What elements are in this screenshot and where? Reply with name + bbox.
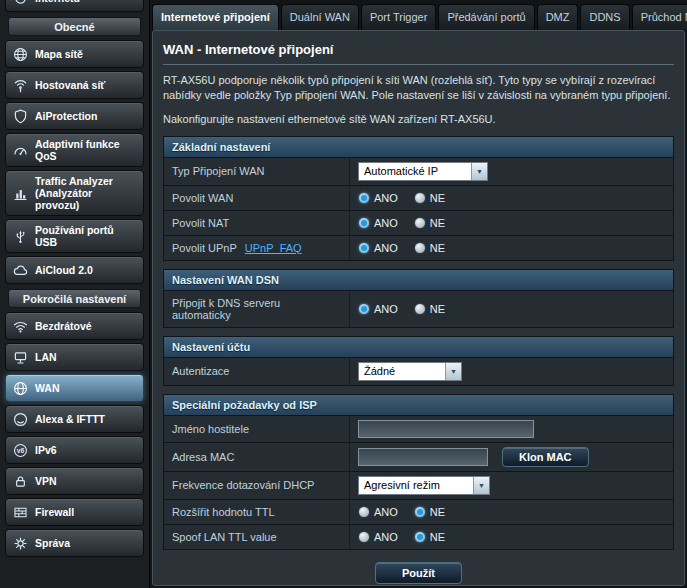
section-header: Speciální požadavky od ISP (164, 395, 673, 416)
sidebar-item-label: Firewall (35, 506, 138, 518)
usb-icon (11, 227, 29, 245)
sidebar-item-sprava[interactable]: Správa (5, 529, 144, 557)
sidebar-item-aicloud[interactable]: AiCloud 2.0 (5, 256, 144, 284)
extend-ttl-ne-option[interactable]: NE (414, 506, 445, 518)
sidebar-item-label: Používání portů USB (35, 224, 138, 248)
upnp-enable-ano-option[interactable]: ANO (358, 242, 398, 254)
radio-label: NE (430, 506, 445, 518)
sidebar-item-label: Internetu (35, 0, 138, 4)
sidebar-item-wan[interactable]: WAN (5, 374, 144, 402)
refresh-icon (11, 0, 29, 7)
hostname-input[interactable] (358, 420, 534, 438)
spoof-ttl-ne-option[interactable]: NE (414, 531, 445, 543)
intro-paragraph-2: Nakonfigurujte nastavení ethernetové sít… (163, 112, 674, 127)
sidebar-item-mapa-site[interactable]: Mapa sítě (5, 40, 144, 68)
section-account: Nastavení účtu Autentizace Žádné ▼ (163, 336, 674, 386)
wan-enable-ne-option[interactable]: NE (414, 192, 445, 204)
sidebar-item-firewall[interactable]: Firewall (5, 498, 144, 526)
sidebar-item-aiprotection[interactable]: AiProtection (5, 102, 144, 130)
radio-icon (414, 217, 426, 229)
tab-port-forwarding[interactable]: Předávání portů (438, 4, 534, 30)
wan-enable-ano-option[interactable]: ANO (358, 192, 398, 204)
sidebar-item-label: Správa (35, 537, 138, 549)
sidebar-item-label: AiProtection (35, 110, 138, 122)
apply-button[interactable]: Použít (375, 562, 462, 584)
sidebar-item-quick-internet-setup[interactable]: Internetu (5, 0, 144, 12)
sidebar-item-label: Bezdrátové (35, 320, 138, 332)
tab-dual-wan[interactable]: Duální WAN (281, 4, 359, 30)
sidebar-item-label: IPv6 (35, 444, 138, 456)
radio-icon (358, 192, 370, 204)
tab-dmz[interactable]: DMZ (537, 4, 579, 30)
section-isp-special: Speciální požadavky od ISP Jméno hostite… (163, 394, 674, 550)
content-panel: WAN - Internetové připojení RT-AX56U pod… (152, 30, 685, 586)
tab-internet-connection[interactable]: Internetové připojení (152, 4, 279, 30)
tab-port-trigger[interactable]: Port Trigger (361, 4, 436, 30)
sidebar-item-ipv6[interactable]: v6 IPv6 (5, 436, 144, 464)
setting-control: Agresivní režim ▼ (350, 472, 673, 499)
sidebar: Internetu Obecné Mapa sítě Hostovaná síť… (0, 0, 150, 588)
nat-enable-ano-option[interactable]: ANO (358, 217, 398, 229)
globe-icon (11, 45, 29, 63)
setting-label: Rozšířit hodnotu TTL (164, 500, 350, 524)
extend-ttl-ano-option[interactable]: ANO (358, 506, 398, 518)
row-hostname: Jméno hostitele (164, 416, 673, 443)
radio-icon (414, 192, 426, 204)
sidebar-item-bezdratove[interactable]: Bezdrátové (5, 312, 144, 340)
section-header: Nastavení účtu (164, 337, 673, 358)
section-basic-config: Základní nastavení Typ Připojení WAN Aut… (163, 136, 674, 261)
bar-chart-icon (11, 184, 29, 202)
wan-globe-icon (11, 379, 29, 397)
setting-control: ANO NE (350, 186, 673, 210)
sidebar-item-label: AiCloud 2.0 (35, 264, 138, 276)
setting-control: Žádné ▼ (350, 358, 673, 385)
spoof-ttl-ano-option[interactable]: ANO (358, 531, 398, 543)
mac-address-input[interactable] (358, 448, 488, 466)
radio-icon (414, 506, 426, 518)
row-enable-upnp: Povolit UPnP UPnP_FAQ ANO NE (164, 236, 673, 260)
authentication-select[interactable]: Žádné ▼ (358, 362, 462, 381)
dns-auto-ano-option[interactable]: ANO (358, 303, 398, 315)
setting-label: Jméno hostitele (164, 416, 350, 442)
sidebar-item-usb[interactable]: Používání portů USB (5, 219, 144, 253)
cloud-icon (11, 261, 29, 279)
radio-label: ANO (374, 242, 398, 254)
tab-nat-passthrough[interactable]: Průchod NAT (632, 4, 687, 30)
section-wan-dns: Nastavení WAN DSN Připojit k DNS serveru… (163, 269, 674, 328)
main-column: Internetové připojení Duální WAN Port Tr… (150, 0, 687, 588)
sidebar-item-label: Adaptivní funkce QoS (35, 138, 138, 162)
clone-mac-button[interactable]: Klon MAC (502, 447, 589, 467)
row-dns-auto: Připojit k DNS serveru automaticky ANO N… (164, 291, 673, 327)
radio-label: ANO (374, 303, 398, 315)
router-admin-app: Internetu Obecné Mapa sítě Hostovaná síť… (0, 0, 687, 588)
upnp-enable-ne-option[interactable]: NE (414, 242, 445, 254)
setting-label: Připojit k DNS serveru automaticky (164, 291, 350, 327)
ipv6-icon: v6 (11, 441, 29, 459)
sidebar-item-lan[interactable]: LAN (5, 343, 144, 371)
setting-label: Frekvence dotazování DHCP (164, 472, 350, 499)
radio-label: ANO (374, 217, 398, 229)
row-mac-address: Adresa MAC Klon MAC (164, 443, 673, 472)
wan-connection-type-select[interactable]: Automatické IP ▼ (358, 162, 488, 181)
upnp-faq-link[interactable]: UPnP_FAQ (245, 242, 302, 254)
row-authentication: Autentizace Žádné ▼ (164, 358, 673, 385)
sidebar-item-alexa-ifttt[interactable]: Alexa & IFTTT (5, 405, 144, 433)
select-value: Automatické IP (364, 165, 438, 177)
sidebar-item-label: VPN (35, 475, 138, 487)
sidebar-item-qos[interactable]: Adaptivní funkce QoS (5, 133, 144, 167)
dhcp-query-frequency-select[interactable]: Agresivní režim ▼ (358, 476, 490, 495)
setting-control: Automatické IP ▼ (350, 158, 673, 185)
dns-auto-ne-option[interactable]: NE (414, 303, 445, 315)
radio-label: NE (430, 242, 445, 254)
setting-label: Autentizace (164, 358, 350, 385)
setting-label: Spoof LAN TTL value (164, 525, 350, 549)
setting-control (350, 416, 673, 442)
setting-label: Povolit UPnP UPnP_FAQ (164, 236, 350, 260)
nat-enable-ne-option[interactable]: NE (414, 217, 445, 229)
section-header: Nastavení WAN DSN (164, 270, 673, 291)
sidebar-item-hostovana-sit[interactable]: Hostovaná síť (5, 71, 144, 99)
sidebar-item-traffic-analyzer[interactable]: Traffic Analyzer (Analyzátor provozu) (5, 170, 144, 216)
radio-icon (358, 242, 370, 254)
sidebar-item-vpn[interactable]: VPN (5, 467, 144, 495)
tab-ddns[interactable]: DDNS (580, 4, 629, 30)
